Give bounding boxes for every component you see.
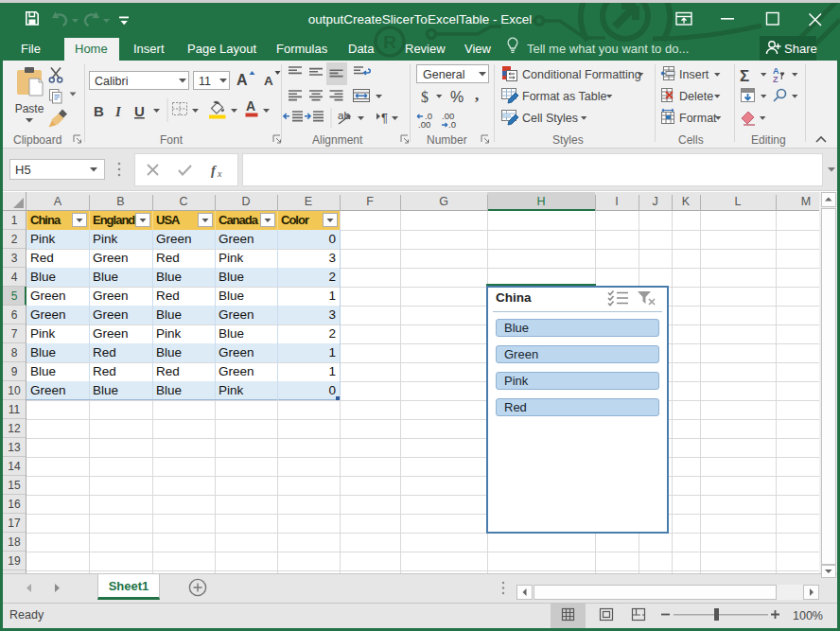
svg-text:Insert: Insert	[679, 68, 709, 81]
svg-text:U: U	[134, 103, 145, 119]
svg-text:A: A	[264, 74, 273, 88]
svg-text:%: %	[450, 89, 464, 105]
svg-text:Z: Z	[773, 75, 779, 84]
svg-text:100%: 100%	[793, 609, 823, 622]
svg-text:I: I	[114, 104, 122, 119]
svg-text:$: $	[421, 89, 429, 105]
svg-text:Cell Styles: Cell Styles	[522, 112, 578, 125]
svg-text:.00: .00	[418, 119, 430, 130]
svg-text:Format as Table: Format as Table	[522, 90, 606, 103]
svg-text:,: ,	[475, 87, 479, 104]
svg-text:A: A	[246, 98, 255, 114]
svg-text:.0: .0	[448, 119, 456, 130]
svg-text:x: x	[217, 168, 222, 179]
svg-text:f: f	[211, 163, 218, 178]
svg-text:Conditional Formatting: Conditional Formatting	[522, 68, 641, 81]
svg-text:Σ: Σ	[740, 67, 749, 85]
svg-text:A: A	[236, 72, 248, 88]
svg-text:Delete: Delete	[679, 90, 713, 103]
svg-text:Format: Format	[679, 112, 717, 125]
svg-text:¶: ¶	[381, 111, 388, 125]
svg-text:B: B	[94, 103, 104, 119]
